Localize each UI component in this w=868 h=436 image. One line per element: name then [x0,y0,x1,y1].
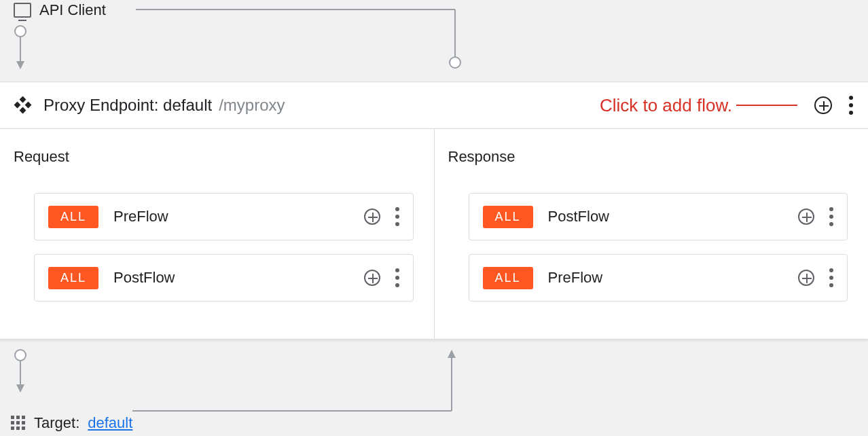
api-client-label: API Client [39,1,106,19]
endpoint-menu-button[interactable] [849,96,853,115]
add-flow-button[interactable] [814,96,832,114]
add-step-button[interactable] [798,208,814,225]
flow-menu-button[interactable] [829,268,833,287]
flow-name: PreFlow [113,208,348,225]
response-title: Response [448,148,848,166]
flow-name: PreFlow [548,269,783,287]
svg-marker-14 [16,384,24,393]
add-step-button[interactable] [798,270,814,286]
request-flow-card[interactable]: ALL PostFlow [34,254,414,302]
svg-marker-2 [16,61,24,69]
target-footer: Target: default [11,414,132,432]
monitor-icon [14,3,31,18]
add-step-button[interactable] [364,270,380,286]
flow-name: PostFlow [548,208,783,225]
proxy-endpoint-bar: Proxy Endpoint: default /myproxy Click t… [0,81,868,129]
svg-marker-17 [448,350,456,358]
flow-badge: ALL [483,267,533,289]
target-link[interactable]: default [88,414,132,432]
grid-icon [11,416,26,431]
annotation-text: Click to add flow. [600,95,732,116]
request-title: Request [14,148,414,166]
flow-name: PostFlow [113,269,348,287]
endpoint-title: Proxy Endpoint: default [43,96,212,115]
flow-badge: ALL [483,206,533,228]
svg-point-0 [15,26,26,37]
response-flow-card[interactable]: ALL PostFlow [469,193,848,240]
request-panel: Request ALL PreFlow ALL PostFlow [0,129,434,339]
flow-menu-button[interactable] [395,207,399,226]
flow-badge: ALL [48,267,98,289]
endpoint-path: /myproxy [219,96,285,115]
endpoint-icon [15,97,31,113]
svg-point-5 [450,57,460,68]
flow-menu-button[interactable] [829,207,833,226]
target-label: Target: [34,414,79,432]
add-step-button[interactable] [364,208,380,225]
response-flow-card[interactable]: ALL PreFlow [469,254,848,302]
add-flow-annotation: Click to add flow. [600,95,797,116]
response-panel: Response ALL PostFlow ALL PreFlow [434,129,869,339]
flow-badge: ALL [48,206,98,228]
svg-point-12 [15,350,26,361]
request-flow-card[interactable]: ALL PreFlow [34,193,414,240]
api-client-header: API Client [14,1,106,19]
flow-menu-button[interactable] [395,268,399,287]
